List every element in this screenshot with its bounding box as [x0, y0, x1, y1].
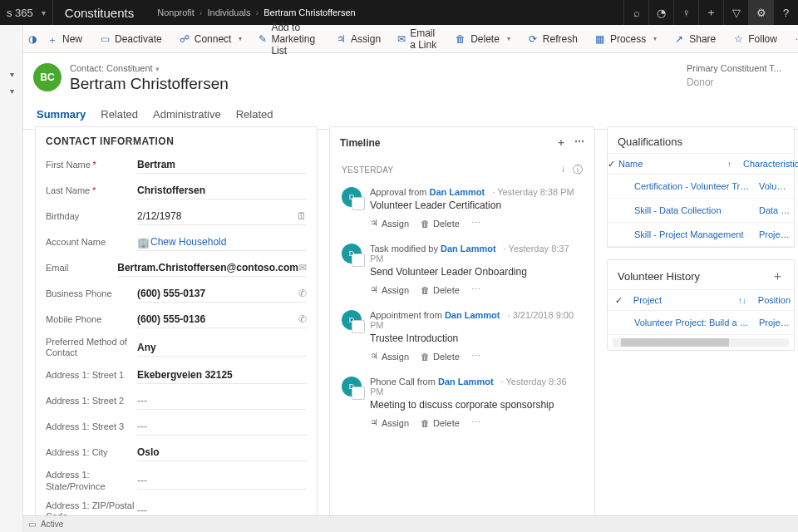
qualification-characteristic[interactable]: Project Manager — [756, 223, 794, 246]
business-phone-input[interactable]: (600) 555-0137✆ — [137, 285, 307, 303]
delete-button[interactable]: 🗑Delete — [448, 25, 517, 53]
account-name-lookup[interactable]: 🏢Chew Household — [137, 234, 307, 251]
refresh-button[interactable]: ⟳Refresh — [520, 25, 584, 53]
project-name[interactable]: Volunteer Project: Build a House — [631, 311, 756, 334]
back-icon[interactable]: ◑ — [28, 33, 37, 45]
delete-action[interactable]: 🗑Delete — [421, 417, 460, 428]
position-name[interactable]: Project M — [756, 311, 794, 334]
assign-button[interactable]: ♃Assign — [328, 25, 387, 53]
column-header-characteristic[interactable]: Characteristic — [740, 154, 798, 174]
info-icon[interactable]: ⓘ — [573, 163, 583, 177]
timeline-item[interactable]: DAppointment from Dan Lammot · 3/21/2018… — [330, 303, 594, 370]
qualification-name[interactable]: Skill - Data Collection — [631, 199, 756, 222]
follow-button[interactable]: ☆Follow — [726, 25, 784, 53]
qualification-characteristic[interactable]: Volunteer Trainin — [756, 175, 794, 198]
breadcrumb-item[interactable]: Individuals — [208, 7, 251, 17]
download-icon[interactable]: ↓ — [560, 163, 565, 177]
street3-input[interactable]: --- — [137, 418, 307, 436]
status-bar: ▭ Active — [23, 515, 798, 532]
area-switcher[interactable]: Constituents — [52, 0, 145, 25]
gear-icon[interactable]: ⚙ — [748, 0, 773, 25]
record-header: BC Contact: Constituent▾ Bertram Christo… — [0, 53, 798, 100]
activity-owner[interactable]: Dan Lammot — [438, 377, 494, 387]
phone-icon[interactable]: ✆ — [298, 313, 307, 325]
activity-owner[interactable]: Dan Lammot — [430, 187, 485, 197]
qualification-name[interactable]: Certification - Volunteer Training ... — [631, 175, 756, 198]
chevron-down-icon[interactable]: ▾ — [5, 70, 18, 79]
phone-icon[interactable]: ✆ — [298, 288, 307, 299]
mobile-phone-input[interactable]: (600) 555-0136✆ — [137, 311, 307, 328]
flow-button[interactable]: ⇢Flow — [787, 25, 798, 53]
share-button[interactable]: ↗Share — [667, 25, 722, 53]
task-icon[interactable]: ◔ — [648, 0, 673, 25]
bulb-icon[interactable]: ♀ — [673, 0, 698, 25]
timeline-item[interactable]: DApproval from Dan Lammot · Yesterday 8:… — [330, 180, 594, 237]
check-icon[interactable]: ✓ — [608, 159, 615, 170]
activity-prefix: Appointment from — [370, 310, 445, 320]
field-label: First Name — [46, 160, 91, 170]
search-icon[interactable]: ⌕ — [623, 0, 648, 25]
activity-owner[interactable]: Dan Lammot — [441, 244, 496, 254]
add-marketing-list-button[interactable]: ✎Add to Marketing List — [252, 25, 325, 53]
sort-asc-icon[interactable]: ↑ — [727, 160, 736, 169]
sort-icon[interactable]: ↑↓ — [738, 296, 751, 305]
filter-icon[interactable]: ▽ — [723, 0, 748, 25]
column-header-name[interactable]: Name↑ — [615, 154, 740, 174]
more-icon[interactable]: ⋯ — [471, 284, 480, 295]
more-icon[interactable]: ⋯ — [471, 351, 480, 362]
email-icon[interactable]: ✉ — [298, 262, 307, 273]
table-row[interactable]: Certification - Volunteer Training ...Vo… — [608, 175, 794, 199]
horizontal-scrollbar[interactable] — [613, 338, 789, 347]
field-label: Address 1: Street 1 — [46, 370, 137, 381]
city-input[interactable]: Oslo — [137, 444, 307, 461]
delete-action[interactable]: 🗑Delete — [421, 351, 460, 362]
column-header-project[interactable]: Project↑↓ — [630, 290, 755, 310]
global-top-bar: s 365 ▾ Constituents Nonprofit › Individ… — [0, 0, 798, 25]
command-bar: ◑ ＋New ▭Deactivate ☍Connect ✎Add to Mark… — [0, 25, 798, 53]
timeline-item[interactable]: DTask modified by Dan Lammot · Yesterday… — [330, 237, 594, 303]
deactivate-button[interactable]: ▭Deactivate — [92, 25, 169, 53]
email-input[interactable]: Bertram.Christoffersen@contoso.com✉ — [117, 259, 307, 277]
record-status: Active — [41, 520, 63, 529]
table-row[interactable]: Volunteer Project: Build a HouseProject … — [608, 311, 794, 335]
email-link-button[interactable]: ✉Email a Link — [391, 25, 445, 53]
check-icon[interactable]: ✓ — [608, 295, 630, 306]
state-input[interactable]: --- — [137, 472, 307, 490]
table-row[interactable]: Skill - Data CollectionData Collection — [608, 199, 794, 223]
assign-action[interactable]: ♃Assign — [370, 351, 409, 362]
connect-button[interactable]: ☍Connect — [172, 25, 249, 53]
share-icon: ↗ — [673, 33, 685, 45]
new-button[interactable]: ＋New — [40, 25, 89, 53]
more-icon[interactable]: ⋯ — [471, 417, 480, 428]
street1-input[interactable]: Ekebergveien 32125 — [137, 367, 307, 384]
column-header-position[interactable]: Position — [755, 290, 794, 310]
more-icon[interactable]: ⋯ — [574, 135, 584, 150]
street2-input[interactable]: --- — [137, 392, 307, 410]
table-row[interactable]: Skill - Project ManagementProject Manage… — [608, 223, 794, 247]
qualification-characteristic[interactable]: Data Collection — [756, 199, 794, 222]
record-type-label[interactable]: Contact: Constituent▾ — [70, 63, 229, 73]
marketing-icon: ✎ — [259, 33, 267, 45]
more-icon[interactable]: ⋯ — [471, 218, 480, 229]
process-button[interactable]: ▦Process — [588, 25, 663, 53]
qualification-name[interactable]: Skill - Project Management — [631, 223, 756, 246]
assign-action[interactable]: ♃Assign — [370, 417, 409, 428]
delete-action[interactable]: 🗑Delete — [421, 284, 460, 295]
delete-action[interactable]: 🗑Delete — [421, 218, 460, 229]
help-icon[interactable]: ? — [773, 0, 798, 25]
preferred-method-select[interactable]: Any — [137, 339, 307, 357]
calendar-icon[interactable]: 🗓 — [297, 210, 307, 222]
last-name-input[interactable]: Christoffersen — [137, 182, 307, 200]
chevron-down-icon[interactable]: ▾ — [42, 8, 46, 17]
add-icon[interactable]: ＋ — [771, 268, 784, 284]
chevron-down-icon[interactable]: ▾ — [5, 86, 18, 96]
birthday-input[interactable]: 2/12/1978🗓 — [137, 208, 307, 225]
first-name-input[interactable]: Bertram — [137, 156, 307, 174]
timeline-item[interactable]: DPhone Call from Dan Lammot · Yesterday … — [330, 370, 594, 436]
plus-icon[interactable]: ＋ — [698, 0, 723, 25]
assign-action[interactable]: ♃Assign — [370, 284, 409, 295]
breadcrumb-item[interactable]: Nonprofit — [157, 7, 195, 17]
add-icon[interactable]: ＋ — [556, 135, 566, 150]
assign-action[interactable]: ♃Assign — [370, 218, 409, 229]
activity-owner[interactable]: Dan Lammot — [445, 310, 500, 320]
